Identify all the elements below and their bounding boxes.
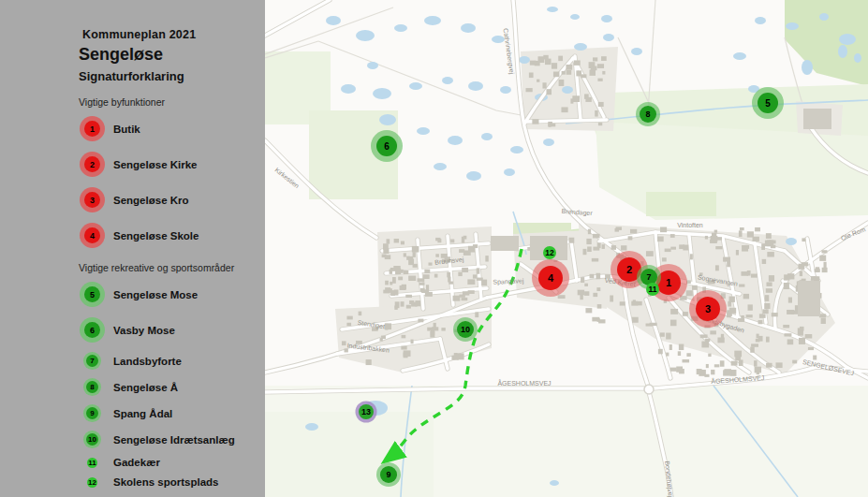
building bbox=[723, 370, 730, 375]
building bbox=[525, 88, 532, 92]
building bbox=[739, 285, 744, 287]
map-marker-6: 6 bbox=[371, 130, 403, 162]
building bbox=[597, 318, 600, 322]
marker-number: 10 bbox=[461, 325, 470, 334]
legend-item: 12Skolens sportsplads bbox=[79, 476, 256, 488]
map-marker-13: 13 bbox=[356, 402, 377, 423]
building bbox=[646, 251, 654, 256]
building bbox=[683, 312, 688, 316]
building bbox=[761, 243, 765, 250]
building bbox=[595, 110, 598, 117]
building bbox=[481, 280, 487, 285]
building bbox=[821, 318, 826, 324]
building bbox=[657, 237, 664, 242]
legend-item: 3Sengeløse Kro bbox=[79, 186, 256, 213]
building bbox=[670, 247, 676, 250]
building bbox=[800, 271, 802, 277]
map-marker-4: 4 bbox=[532, 259, 569, 297]
building bbox=[591, 66, 597, 71]
building bbox=[346, 316, 352, 320]
building bbox=[589, 69, 596, 75]
building bbox=[485, 256, 488, 261]
building bbox=[428, 262, 432, 265]
building bbox=[658, 349, 663, 354]
building bbox=[712, 233, 716, 239]
building bbox=[602, 244, 605, 249]
legend-item: 9Spang Ådal bbox=[79, 404, 256, 422]
building bbox=[590, 274, 595, 279]
building bbox=[463, 236, 467, 240]
building bbox=[596, 287, 600, 291]
building bbox=[766, 363, 772, 368]
building bbox=[741, 271, 748, 276]
building bbox=[727, 261, 730, 267]
building bbox=[537, 80, 539, 82]
building bbox=[787, 310, 794, 314]
legend-item-label: Sengeløse Mose bbox=[113, 289, 198, 300]
building bbox=[346, 323, 351, 326]
page-title: Sengeløse bbox=[79, 45, 256, 65]
building bbox=[750, 347, 754, 353]
building bbox=[755, 227, 760, 231]
building bbox=[610, 295, 613, 301]
building bbox=[418, 319, 423, 323]
building bbox=[451, 356, 458, 360]
building bbox=[342, 341, 346, 345]
building bbox=[593, 293, 597, 297]
building bbox=[788, 298, 792, 303]
building bbox=[715, 265, 719, 270]
map-marker-3: 3 bbox=[689, 290, 727, 328]
building bbox=[473, 274, 477, 278]
building bbox=[574, 60, 581, 65]
building bbox=[679, 344, 684, 350]
legend-item: 11Gadekær bbox=[79, 457, 256, 468]
building bbox=[580, 295, 582, 300]
building bbox=[710, 330, 716, 334]
building bbox=[628, 236, 633, 240]
building bbox=[783, 325, 789, 328]
marker-number: 8 bbox=[645, 110, 650, 119]
building bbox=[581, 277, 584, 283]
legend-marker-icon: 4 bbox=[84, 227, 100, 243]
building bbox=[408, 276, 416, 281]
building bbox=[705, 236, 708, 240]
building bbox=[616, 227, 622, 230]
building bbox=[578, 290, 584, 296]
legend-marker-icon: 10 bbox=[86, 433, 98, 446]
building bbox=[566, 70, 572, 75]
kommuneplan-map-page: Kommuneplan 2021 Sengeløse Signaturforkl… bbox=[0, 0, 868, 497]
building bbox=[660, 227, 667, 233]
building bbox=[387, 239, 390, 243]
building bbox=[532, 119, 538, 124]
building bbox=[723, 257, 730, 262]
building bbox=[537, 56, 544, 63]
building bbox=[602, 71, 605, 75]
roundabout bbox=[644, 385, 654, 394]
building bbox=[529, 72, 534, 78]
building bbox=[660, 332, 665, 336]
legend-item: 10Sengeløse Idrætsanlæg bbox=[79, 431, 256, 448]
legend-subtitle: Signaturforklaring bbox=[79, 69, 256, 83]
building bbox=[679, 369, 684, 373]
building bbox=[728, 301, 731, 307]
building bbox=[762, 309, 768, 314]
building bbox=[552, 63, 557, 68]
building bbox=[398, 277, 403, 281]
street-label: Vintoften bbox=[677, 222, 703, 228]
legend-item-label: Sengeløse Kro bbox=[113, 195, 189, 206]
building bbox=[468, 246, 475, 253]
building bbox=[434, 323, 436, 328]
building bbox=[423, 274, 430, 279]
legend-marker-icon: 8 bbox=[86, 381, 98, 393]
marker-number: 1 bbox=[666, 277, 671, 288]
building bbox=[393, 266, 400, 271]
building bbox=[670, 368, 677, 372]
building bbox=[447, 272, 450, 278]
building bbox=[666, 353, 669, 357]
building bbox=[630, 229, 637, 234]
building bbox=[390, 282, 392, 285]
building bbox=[767, 240, 773, 246]
building bbox=[601, 56, 607, 61]
legend-item-label: Sengeløse Å bbox=[113, 382, 178, 393]
marker-number: 4 bbox=[548, 272, 554, 284]
